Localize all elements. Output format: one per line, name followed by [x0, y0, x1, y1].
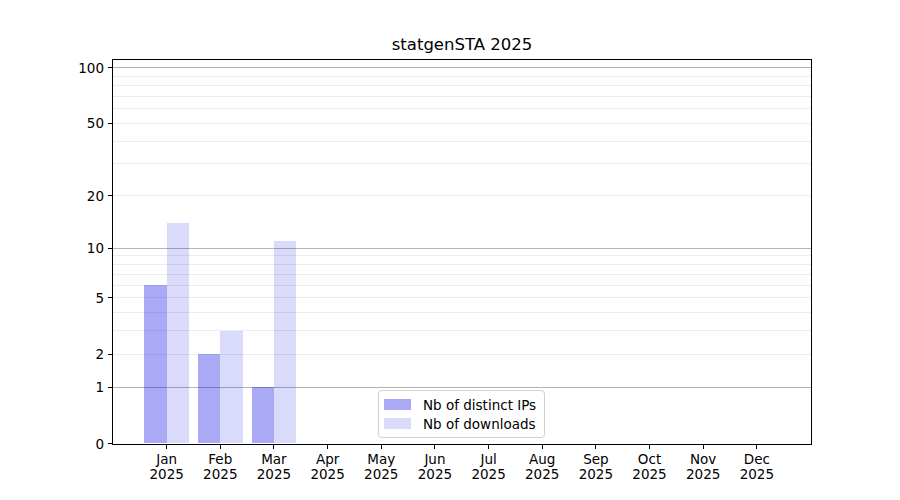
gridline-minor — [113, 297, 811, 298]
gridline-minor — [113, 96, 811, 97]
gridline-minor — [113, 123, 811, 124]
gridline-minor — [113, 312, 811, 313]
legend-swatch-distinct-ips — [384, 399, 411, 410]
gridline-minor — [113, 85, 811, 86]
x-tick — [649, 445, 650, 449]
x-tick — [327, 445, 328, 449]
bar-downloads — [274, 241, 296, 443]
y-tick — [108, 297, 112, 298]
y-tick — [108, 354, 112, 355]
y-tick — [108, 67, 112, 68]
gridline-minor — [113, 255, 811, 256]
x-tick — [756, 445, 757, 449]
gridline-major — [113, 67, 811, 68]
bar-downloads — [167, 223, 189, 444]
legend-swatch-downloads — [384, 418, 411, 429]
gridline-minor — [113, 141, 811, 142]
x-tick — [703, 445, 704, 449]
gridline-minor — [113, 195, 811, 196]
y-tick-label: 2 — [60, 346, 104, 362]
x-tick — [381, 445, 382, 449]
x-tick-label: Dec2025 — [725, 452, 789, 483]
gridline-minor — [113, 264, 811, 265]
y-tick-label: 5 — [60, 290, 104, 306]
bar-downloads — [220, 331, 242, 444]
y-tick — [108, 248, 112, 249]
chart-title: statgenSTA 2025 — [113, 35, 811, 54]
y-tick — [108, 195, 112, 196]
gridline-major — [113, 248, 811, 249]
y-tick-label: 1 — [60, 379, 104, 395]
x-tick — [273, 445, 274, 449]
x-tick — [434, 445, 435, 449]
y-tick-label: 10 — [60, 240, 104, 256]
gridline-minor — [113, 76, 811, 77]
y-tick-label: 100 — [60, 60, 104, 76]
gridline-minor — [113, 108, 811, 109]
legend-entry-downloads: Nb of downloads — [384, 416, 536, 432]
legend: Nb of distinct IPs Nb of downloads — [378, 390, 545, 438]
legend-entry-distinct-ips: Nb of distinct IPs — [384, 397, 536, 413]
gridline-minor — [113, 274, 811, 275]
bar-distinct-ips — [252, 387, 274, 443]
x-tick — [488, 445, 489, 449]
gridline-minor — [113, 163, 811, 164]
bar-distinct-ips — [198, 354, 220, 443]
x-tick — [220, 445, 221, 449]
x-tick — [595, 445, 596, 449]
y-tick-label: 50 — [60, 115, 104, 131]
y-tick-label: 20 — [60, 188, 104, 204]
gridline-minor — [113, 330, 811, 331]
figure: statgenSTA 2025 Nb of distinct IPs Nb of… — [0, 0, 900, 500]
y-tick — [108, 387, 112, 388]
legend-label-downloads: Nb of downloads — [423, 416, 536, 432]
legend-label-distinct-ips: Nb of distinct IPs — [423, 397, 536, 413]
y-tick — [108, 123, 112, 124]
x-tick — [542, 445, 543, 449]
y-tick-label: 0 — [60, 436, 104, 452]
gridline-minor — [113, 285, 811, 286]
x-tick — [166, 445, 167, 449]
y-tick — [108, 443, 112, 444]
bar-distinct-ips — [144, 285, 166, 443]
